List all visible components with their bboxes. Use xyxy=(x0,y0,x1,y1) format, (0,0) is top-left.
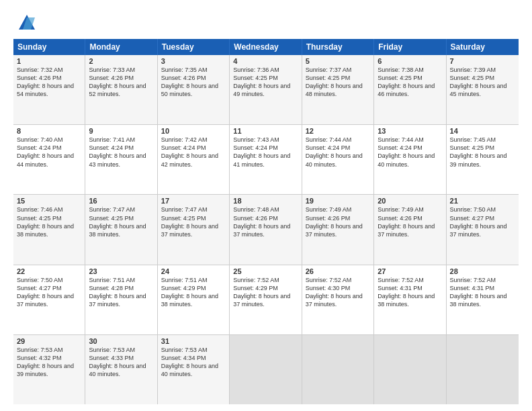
calendar-cell: 27 Sunrise: 7:52 AMSunset: 4:31 PMDaylig… xyxy=(374,265,446,334)
cell-info: Sunrise: 7:40 AMSunset: 4:24 PMDaylight:… xyxy=(17,136,74,167)
day-number: 16 xyxy=(89,197,153,205)
calendar-row-5: 29 Sunrise: 7:53 AMSunset: 4:32 PMDaylig… xyxy=(13,335,519,404)
calendar-cell: 18 Sunrise: 7:48 AMSunset: 4:26 PMDaylig… xyxy=(230,195,302,264)
day-number: 25 xyxy=(233,267,298,275)
calendar-cell: 3 Sunrise: 7:35 AMSunset: 4:26 PMDayligh… xyxy=(158,55,230,124)
calendar-cell: 29 Sunrise: 7:53 AMSunset: 4:32 PMDaylig… xyxy=(13,335,85,404)
cell-info: Sunrise: 7:36 AMSunset: 4:25 PMDaylight:… xyxy=(233,66,290,97)
day-number: 23 xyxy=(89,267,153,275)
day-number: 24 xyxy=(161,267,226,275)
calendar-cell: 24 Sunrise: 7:51 AMSunset: 4:29 PMDaylig… xyxy=(158,265,230,334)
calendar: SundayMondayTuesdayWednesdayThursdayFrid… xyxy=(13,39,519,404)
day-number: 5 xyxy=(306,57,370,65)
header-day-tuesday: Tuesday xyxy=(158,39,230,55)
calendar-row-1: 1 Sunrise: 7:32 AMSunset: 4:26 PMDayligh… xyxy=(13,55,519,125)
cell-info: Sunrise: 7:50 AMSunset: 4:27 PMDaylight:… xyxy=(450,206,507,237)
header-day-wednesday: Wednesday xyxy=(230,39,302,55)
cell-info: Sunrise: 7:33 AMSunset: 4:26 PMDaylight:… xyxy=(89,66,146,97)
day-number: 20 xyxy=(378,197,442,205)
day-number: 15 xyxy=(17,197,81,205)
cell-info: Sunrise: 7:53 AMSunset: 4:32 PMDaylight:… xyxy=(17,347,74,377)
cell-info: Sunrise: 7:42 AMSunset: 4:24 PMDaylight:… xyxy=(161,136,218,167)
calendar-header: SundayMondayTuesdayWednesdayThursdayFrid… xyxy=(13,39,519,55)
cell-info: Sunrise: 7:51 AMSunset: 4:29 PMDaylight:… xyxy=(161,277,218,308)
cell-info: Sunrise: 7:53 AMSunset: 4:33 PMDaylight:… xyxy=(89,347,146,377)
day-number: 21 xyxy=(450,197,515,205)
calendar-cell xyxy=(447,335,519,404)
calendar-cell: 22 Sunrise: 7:50 AMSunset: 4:27 PMDaylig… xyxy=(13,265,85,334)
page: SundayMondayTuesdayWednesdayThursdayFrid… xyxy=(0,0,532,411)
cell-info: Sunrise: 7:32 AMSunset: 4:26 PMDaylight:… xyxy=(17,66,74,97)
day-number: 8 xyxy=(17,127,81,135)
calendar-cell: 30 Sunrise: 7:53 AMSunset: 4:33 PMDaylig… xyxy=(85,335,157,404)
calendar-cell: 2 Sunrise: 7:33 AMSunset: 4:26 PMDayligh… xyxy=(85,55,157,124)
calendar-cell: 8 Sunrise: 7:40 AMSunset: 4:24 PMDayligh… xyxy=(13,125,85,194)
day-number: 2 xyxy=(89,57,153,65)
calendar-cell xyxy=(230,335,302,404)
cell-info: Sunrise: 7:44 AMSunset: 4:24 PMDaylight:… xyxy=(306,136,363,167)
cell-info: Sunrise: 7:35 AMSunset: 4:26 PMDaylight:… xyxy=(161,66,218,97)
cell-info: Sunrise: 7:52 AMSunset: 4:30 PMDaylight:… xyxy=(306,277,363,308)
day-number: 6 xyxy=(378,57,442,65)
calendar-cell: 20 Sunrise: 7:49 AMSunset: 4:26 PMDaylig… xyxy=(374,195,446,264)
day-number: 3 xyxy=(161,57,226,65)
header-day-sunday: Sunday xyxy=(13,39,85,55)
calendar-cell: 28 Sunrise: 7:52 AMSunset: 4:31 PMDaylig… xyxy=(447,265,519,334)
calendar-row-3: 15 Sunrise: 7:46 AMSunset: 4:25 PMDaylig… xyxy=(13,195,519,265)
calendar-cell: 6 Sunrise: 7:38 AMSunset: 4:25 PMDayligh… xyxy=(374,55,446,124)
calendar-cell: 23 Sunrise: 7:51 AMSunset: 4:28 PMDaylig… xyxy=(85,265,157,334)
calendar-cell: 1 Sunrise: 7:32 AMSunset: 4:26 PMDayligh… xyxy=(13,55,85,124)
calendar-cell: 4 Sunrise: 7:36 AMSunset: 4:25 PMDayligh… xyxy=(230,55,302,124)
cell-info: Sunrise: 7:44 AMSunset: 4:24 PMDaylight:… xyxy=(378,136,435,167)
day-number: 18 xyxy=(233,197,298,205)
calendar-row-4: 22 Sunrise: 7:50 AMSunset: 4:27 PMDaylig… xyxy=(13,265,519,335)
day-number: 1 xyxy=(17,57,81,65)
day-number: 19 xyxy=(306,197,370,205)
header-day-monday: Monday xyxy=(85,39,157,55)
day-number: 22 xyxy=(17,267,81,275)
day-number: 31 xyxy=(161,337,226,345)
cell-info: Sunrise: 7:52 AMSunset: 4:31 PMDaylight:… xyxy=(378,277,435,308)
day-number: 7 xyxy=(450,57,515,65)
calendar-cell: 11 Sunrise: 7:43 AMSunset: 4:24 PMDaylig… xyxy=(230,125,302,194)
cell-info: Sunrise: 7:51 AMSunset: 4:28 PMDaylight:… xyxy=(89,277,146,308)
calendar-cell: 21 Sunrise: 7:50 AMSunset: 4:27 PMDaylig… xyxy=(447,195,519,264)
calendar-cell: 15 Sunrise: 7:46 AMSunset: 4:25 PMDaylig… xyxy=(13,195,85,264)
logo-icon xyxy=(16,11,38,32)
calendar-cell: 14 Sunrise: 7:45 AMSunset: 4:25 PMDaylig… xyxy=(447,125,519,194)
calendar-cell: 16 Sunrise: 7:47 AMSunset: 4:25 PMDaylig… xyxy=(85,195,157,264)
cell-info: Sunrise: 7:39 AMSunset: 4:25 PMDaylight:… xyxy=(450,66,507,97)
cell-info: Sunrise: 7:50 AMSunset: 4:27 PMDaylight:… xyxy=(17,277,74,308)
calendar-cell: 31 Sunrise: 7:53 AMSunset: 4:34 PMDaylig… xyxy=(158,335,230,404)
calendar-cell xyxy=(374,335,446,404)
cell-info: Sunrise: 7:48 AMSunset: 4:26 PMDaylight:… xyxy=(233,206,290,237)
cell-info: Sunrise: 7:37 AMSunset: 4:25 PMDaylight:… xyxy=(306,66,363,97)
header xyxy=(13,11,519,32)
cell-info: Sunrise: 7:47 AMSunset: 4:25 PMDaylight:… xyxy=(89,206,146,237)
cell-info: Sunrise: 7:49 AMSunset: 4:26 PMDaylight:… xyxy=(378,206,435,237)
header-day-friday: Friday xyxy=(374,39,446,55)
day-number: 9 xyxy=(89,127,153,135)
cell-info: Sunrise: 7:41 AMSunset: 4:24 PMDaylight:… xyxy=(89,136,146,167)
cell-info: Sunrise: 7:46 AMSunset: 4:25 PMDaylight:… xyxy=(17,206,74,237)
calendar-row-2: 8 Sunrise: 7:40 AMSunset: 4:24 PMDayligh… xyxy=(13,125,519,195)
day-number: 26 xyxy=(306,267,370,275)
header-day-thursday: Thursday xyxy=(302,39,374,55)
day-number: 28 xyxy=(450,267,515,275)
calendar-cell: 13 Sunrise: 7:44 AMSunset: 4:24 PMDaylig… xyxy=(374,125,446,194)
calendar-body: 1 Sunrise: 7:32 AMSunset: 4:26 PMDayligh… xyxy=(13,55,519,404)
cell-info: Sunrise: 7:43 AMSunset: 4:24 PMDaylight:… xyxy=(233,136,290,167)
calendar-cell: 9 Sunrise: 7:41 AMSunset: 4:24 PMDayligh… xyxy=(85,125,157,194)
cell-info: Sunrise: 7:45 AMSunset: 4:25 PMDaylight:… xyxy=(450,136,507,167)
calendar-cell: 12 Sunrise: 7:44 AMSunset: 4:24 PMDaylig… xyxy=(302,125,374,194)
cell-info: Sunrise: 7:52 AMSunset: 4:31 PMDaylight:… xyxy=(450,277,507,308)
cell-info: Sunrise: 7:47 AMSunset: 4:25 PMDaylight:… xyxy=(161,206,218,237)
day-number: 4 xyxy=(233,57,298,65)
day-number: 12 xyxy=(306,127,370,135)
cell-info: Sunrise: 7:49 AMSunset: 4:26 PMDaylight:… xyxy=(306,206,363,237)
day-number: 10 xyxy=(161,127,226,135)
day-number: 14 xyxy=(450,127,515,135)
calendar-cell xyxy=(302,335,374,404)
cell-info: Sunrise: 7:52 AMSunset: 4:29 PMDaylight:… xyxy=(233,277,290,308)
calendar-cell: 5 Sunrise: 7:37 AMSunset: 4:25 PMDayligh… xyxy=(302,55,374,124)
